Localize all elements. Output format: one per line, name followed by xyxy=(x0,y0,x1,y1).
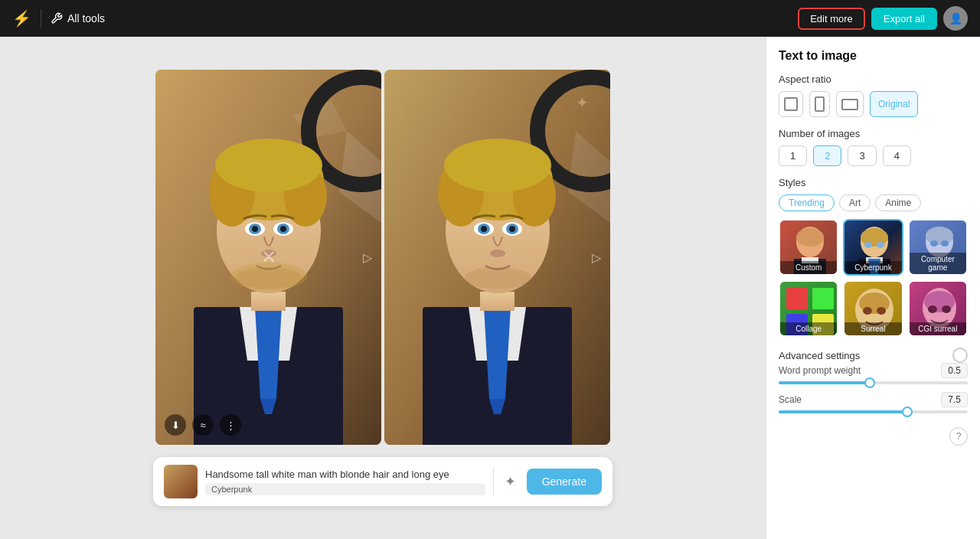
advanced-settings-section: Advanced settings Word prompt weight 0.5 xyxy=(779,348,968,413)
style-card-collage[interactable]: Collage xyxy=(779,280,838,337)
svg-rect-65 xyxy=(812,288,834,309)
edit-more-button[interactable]: Edit more xyxy=(798,8,865,30)
svg-point-47 xyxy=(796,228,824,247)
styles-tabs: Trending Art Anime xyxy=(779,194,968,211)
advanced-settings-toggle[interactable] xyxy=(952,348,968,363)
svg-rect-30 xyxy=(480,292,514,311)
download-button-1[interactable]: ⬇ xyxy=(165,414,186,436)
header-actions: Edit more Export all 👤 xyxy=(798,6,968,31)
style-card-cgi-surreal-label: CGI surreal xyxy=(910,322,966,335)
svg-text:✦: ✦ xyxy=(576,94,589,111)
right-sidebar: Text to image Aspect ratio Original Numb… xyxy=(766,37,980,539)
style-card-custom[interactable]: Custom xyxy=(779,219,838,276)
magic-enhance-button[interactable]: ✦ xyxy=(501,470,519,493)
num-images-row: 1 2 3 4 xyxy=(779,145,968,166)
aspect-ratio-section: Aspect ratio Original xyxy=(779,74,968,117)
word-prompt-weight-track[interactable] xyxy=(779,381,968,384)
style-tab-art[interactable]: Art xyxy=(839,194,871,211)
svg-point-56 xyxy=(864,242,872,248)
prompt-text-area: Handsome tall white man with blonde hair… xyxy=(205,469,485,495)
scale-fill xyxy=(779,410,907,413)
style-card-computer-game-label: Computer game xyxy=(910,253,966,274)
svg-point-52 xyxy=(861,228,888,247)
svg-point-42 xyxy=(490,250,505,257)
word-prompt-weight-fill xyxy=(779,381,870,384)
svg-rect-64 xyxy=(786,288,808,309)
svg-point-38 xyxy=(481,226,487,232)
export-all-button[interactable]: Export all xyxy=(871,8,937,30)
num-images-section: Number of images 1 2 3 4 xyxy=(779,128,968,166)
styles-grid: Custom xyxy=(779,219,968,337)
tools-icon xyxy=(51,12,63,24)
num-images-4-button[interactable]: 4 xyxy=(883,145,911,166)
aspect-portrait-button[interactable] xyxy=(809,91,830,117)
styles-label: Styles xyxy=(779,177,968,188)
image-2-placeholder: ✦ xyxy=(384,70,610,445)
prompt-thumb-image xyxy=(164,465,198,498)
svg-point-22 xyxy=(235,267,302,289)
num-images-1-button[interactable]: 1 xyxy=(779,145,807,166)
style-card-custom-label: Custom xyxy=(780,261,837,274)
scale-row: Scale 7.5 xyxy=(779,392,968,413)
play-icon-1: ▷ xyxy=(363,250,372,265)
svg-point-43 xyxy=(464,267,531,289)
aspect-landscape-icon xyxy=(841,99,858,110)
aspect-landscape-button[interactable] xyxy=(836,91,864,117)
svg-rect-8 xyxy=(251,292,286,311)
scale-thumb[interactable] xyxy=(902,407,913,417)
aspect-portrait-icon xyxy=(815,96,825,112)
portrait-svg-2: ✦ xyxy=(384,70,610,445)
prompt-thumbnail xyxy=(164,465,198,498)
main-content: ✕ ▷ ⬇ ≈ ⋮ xyxy=(0,37,980,539)
advanced-settings-row: Advanced settings xyxy=(779,348,968,363)
more-button-1[interactable]: ⋮ xyxy=(220,414,241,436)
aspect-ratio-label: Aspect ratio xyxy=(779,74,968,85)
word-prompt-weight-value: 0.5 xyxy=(941,363,968,378)
aspect-square-button[interactable] xyxy=(779,91,803,117)
style-card-computer-game[interactable]: Computer game xyxy=(908,219,968,276)
play-icon-2: ▷ xyxy=(592,250,601,265)
style-card-cgi-surreal[interactable]: CGI surreal xyxy=(908,280,968,337)
svg-point-72 xyxy=(877,307,886,315)
prompt-style-tag[interactable]: Cyberpunk xyxy=(205,483,485,495)
svg-point-41 xyxy=(509,226,515,232)
styles-section: Styles Trending Art Anime xyxy=(779,177,968,337)
num-images-label: Number of images xyxy=(779,128,968,139)
generated-image-2[interactable]: ✦ ▷ xyxy=(384,70,610,445)
style-card-surreal[interactable]: Surreal xyxy=(843,280,903,337)
edit-icon-1: ✕ xyxy=(261,247,276,268)
avatar[interactable]: 👤 xyxy=(943,6,968,31)
images-row: ✕ ▷ ⬇ ≈ ⋮ xyxy=(155,70,610,445)
word-prompt-weight-header: Word prompt weight 0.5 xyxy=(779,363,968,378)
svg-point-76 xyxy=(928,305,937,313)
generate-button[interactable]: Generate xyxy=(527,469,602,495)
header: ⚡ All tools Edit more Export all 👤 xyxy=(0,0,980,37)
svg-point-19 xyxy=(280,226,286,232)
style-tab-trending[interactable]: Trending xyxy=(779,194,835,211)
generated-image-1[interactable]: ✕ ▷ ⬇ ≈ ⋮ xyxy=(155,70,381,445)
prompt-bar: Handsome tall white man with blonde hair… xyxy=(153,457,612,506)
prompt-text: Handsome tall white man with blonde hair… xyxy=(205,469,485,480)
style-card-surreal-label: Surreal xyxy=(844,322,901,335)
word-prompt-weight-label: Word prompt weight xyxy=(779,365,861,376)
magic-icon: ✦ xyxy=(505,474,516,489)
help-button[interactable]: ? xyxy=(949,427,968,446)
header-divider xyxy=(41,9,41,28)
word-prompt-weight-row: Word prompt weight 0.5 xyxy=(779,363,968,384)
style-card-cyberpunk-label: Cyberpunk xyxy=(844,261,901,274)
aspect-original-button[interactable]: Original xyxy=(870,91,918,117)
svg-point-77 xyxy=(942,305,951,313)
all-tools-nav[interactable]: All tools xyxy=(51,12,105,24)
word-prompt-weight-thumb[interactable] xyxy=(864,377,875,388)
logo-icon[interactable]: ⚡ xyxy=(12,9,31,28)
style-tab-anime[interactable]: Anime xyxy=(875,194,921,211)
aspect-square-icon xyxy=(784,97,798,111)
compare-button-1[interactable]: ≈ xyxy=(192,414,214,436)
help-row: ? xyxy=(779,424,968,446)
num-images-3-button[interactable]: 3 xyxy=(848,145,876,166)
num-images-2-button[interactable]: 2 xyxy=(813,145,841,166)
svg-point-16 xyxy=(252,226,258,232)
style-card-cyberpunk[interactable]: Cyberpunk xyxy=(843,219,903,276)
scale-header: Scale 7.5 xyxy=(779,392,968,407)
scale-track[interactable] xyxy=(779,410,968,413)
